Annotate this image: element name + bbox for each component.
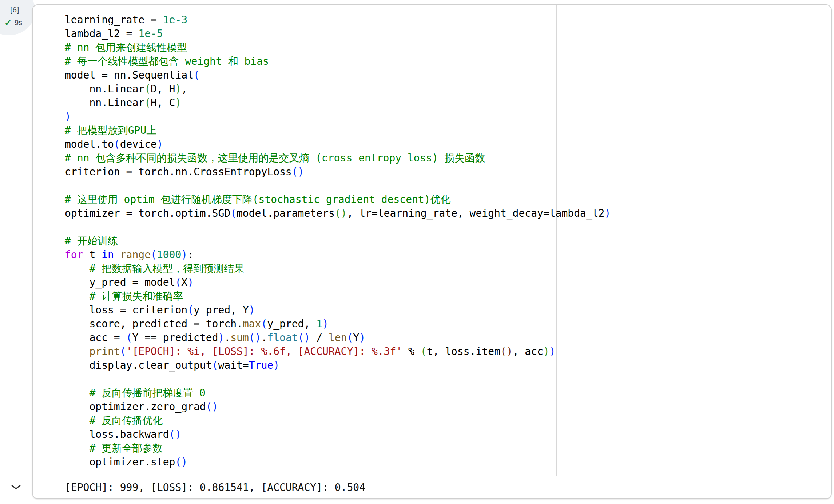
code-line: # 把数据输入模型，得到预测结果: [65, 262, 611, 276]
execution-status: ✓ 9s: [4, 18, 22, 27]
code-line: model.to(device): [65, 137, 611, 151]
code-line: # 反向传播优化: [65, 414, 611, 428]
code-line: optimizer = torch.optim.SGD(model.parame…: [65, 207, 611, 220]
code-line: ): [65, 110, 611, 124]
code-line: [65, 372, 611, 386]
code-line: nn.Linear(H, C): [65, 96, 611, 110]
notebook-page: [6] ✓ 9s learning_rate = 1e-3lambda_l2 =…: [0, 0, 834, 504]
code-line: # nn 包含多种不同的损失函数，这里使用的是交叉熵 (cross entrop…: [65, 151, 611, 165]
code-line: optimizer.zero_grad(): [65, 400, 611, 414]
code-line: # 计算损失和准确率: [65, 289, 611, 303]
code-line: y_pred = model(X): [65, 276, 611, 289]
code-line: model = nn.Sequential(: [65, 68, 611, 82]
code-line: [65, 220, 611, 234]
code-line: # 每一个线性模型都包含 weight 和 bias: [65, 55, 611, 68]
code-line: loss.backward(): [65, 428, 611, 441]
output-text: [EPOCH]: 999, [LOSS]: 0.861541, [ACCURAC…: [65, 481, 365, 493]
code-line: # 更新全部参数: [65, 441, 611, 455]
code-line: print('[EPOCH]: %i, [LOSS]: %.6f, [ACCUR…: [65, 345, 611, 359]
code-line: # 开始训练: [65, 234, 611, 248]
code-line: [65, 179, 611, 193]
execution-duration: 9s: [15, 19, 22, 27]
code-line: # 把模型放到GPU上: [65, 124, 611, 137]
code-line: acc = (Y == predicted).sum().float() / l…: [65, 331, 611, 345]
code-lines: learning_rate = 1e-3lambda_l2 = 1e-5# nn…: [65, 13, 611, 469]
check-icon: ✓: [4, 18, 12, 27]
code-line: # 反向传播前把梯度置 0: [65, 386, 611, 400]
code-line: optimizer.step(): [65, 455, 611, 469]
chevron-down-icon[interactable]: [11, 484, 21, 490]
code-line: score, predicted = torch.max(y_pred, 1): [65, 317, 611, 331]
code-line: for t in range(1000):: [65, 248, 611, 262]
code-line: nn.Linear(D, H),: [65, 82, 611, 96]
cell-output: [EPOCH]: 999, [LOSS]: 0.861541, [ACCURAC…: [33, 476, 831, 498]
code-line: loss = criterion(y_pred, Y): [65, 303, 611, 317]
code-line: lambda_l2 = 1e-5: [65, 27, 611, 41]
code-line: display.clear_output(wait=True): [65, 359, 611, 372]
code-line: # 这里使用 optim 包进行随机梯度下降(stochastic gradie…: [65, 193, 611, 207]
execution-count: [6]: [10, 5, 19, 14]
code-editor[interactable]: learning_rate = 1e-3lambda_l2 = 1e-5# nn…: [33, 5, 831, 476]
code-line: learning_rate = 1e-3: [65, 13, 611, 27]
code-line: # nn 包用来创建线性模型: [65, 41, 611, 55]
code-line: criterion = torch.nn.CrossEntropyLoss(): [65, 165, 611, 179]
notebook-cell: learning_rate = 1e-3lambda_l2 = 1e-5# nn…: [32, 4, 832, 499]
